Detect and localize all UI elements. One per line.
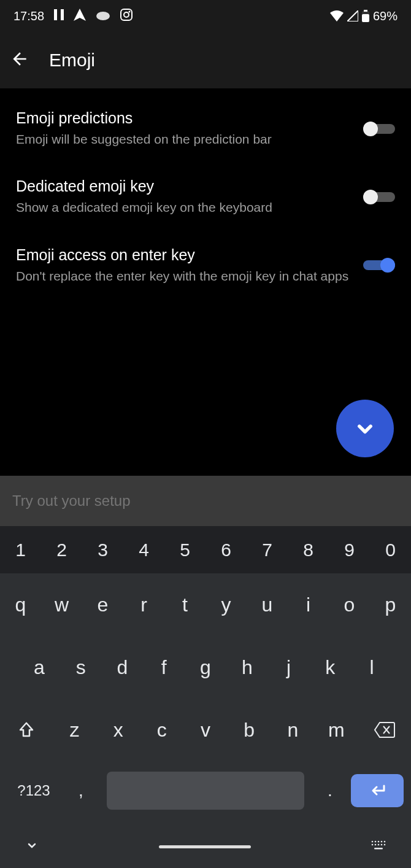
key-v[interactable]: v <box>183 699 227 761</box>
tryout-bar[interactable] <box>0 476 411 526</box>
key-z[interactable]: z <box>53 699 96 761</box>
key-b[interactable]: b <box>228 699 271 761</box>
key-a[interactable]: a <box>18 636 60 699</box>
comma-key[interactable]: , <box>64 781 98 800</box>
key-row-1: q w e r t y u i o p <box>0 573 411 636</box>
setting-title: Emoji access on enter key <box>16 246 351 264</box>
tryout-input[interactable] <box>12 492 399 510</box>
status-bar: 17:58 69% <box>0 0 411 32</box>
setting-subtitle: Emoji will be suggested on the predictio… <box>16 131 351 148</box>
setting-subtitle: Show a dedicated emoji key on the keyboa… <box>16 199 351 216</box>
backspace-key[interactable] <box>358 699 411 761</box>
svg-point-16 <box>375 844 377 846</box>
key-l[interactable]: l <box>351 636 393 699</box>
key-m[interactable]: m <box>315 699 358 761</box>
pause-icon <box>54 9 64 23</box>
key-s[interactable]: s <box>60 636 102 699</box>
svg-rect-9 <box>364 10 367 12</box>
key-6[interactable]: 6 <box>205 526 247 573</box>
page-title: Emoji <box>49 50 95 71</box>
svg-rect-4 <box>121 9 132 20</box>
setting-subtitle: Don't replace the enter key with the emo… <box>16 268 351 285</box>
back-button[interactable] <box>10 49 29 71</box>
svg-point-5 <box>124 12 129 17</box>
wifi-icon <box>330 10 344 21</box>
instagram-icon <box>120 9 133 24</box>
key-k[interactable]: k <box>309 636 351 699</box>
setting-title: Dedicated emoji key <box>16 177 351 195</box>
key-5[interactable]: 5 <box>164 526 205 573</box>
key-h[interactable]: h <box>226 636 268 699</box>
svg-rect-20 <box>374 848 383 850</box>
svg-point-13 <box>381 841 383 843</box>
key-g[interactable]: g <box>185 636 226 699</box>
collapse-keyboard-fab[interactable] <box>336 400 394 457</box>
key-d[interactable]: d <box>102 636 144 699</box>
key-row-3: z x c v b n m <box>0 699 411 761</box>
key-9[interactable]: 9 <box>329 526 370 573</box>
setting-title: Emoji predictions <box>16 109 351 127</box>
cloud-icon <box>96 9 110 23</box>
key-3[interactable]: 3 <box>82 526 123 573</box>
svg-point-18 <box>381 844 383 846</box>
key-o[interactable]: o <box>329 573 370 636</box>
settings-list: Emoji predictions Emoji will be suggeste… <box>0 88 411 306</box>
gesture-handle[interactable] <box>159 845 251 848</box>
hide-keyboard-icon[interactable] <box>25 838 39 855</box>
key-i[interactable]: i <box>288 573 329 636</box>
shift-key[interactable] <box>0 699 53 761</box>
svg-point-11 <box>375 841 377 843</box>
key-q[interactable]: q <box>0 573 41 636</box>
toggle-dedicated-emoji-key[interactable] <box>363 190 395 204</box>
setting-dedicated-emoji-key[interactable]: Dedicated emoji key Show a dedicated emo… <box>0 163 411 231</box>
symbols-key[interactable]: ?123 <box>7 782 60 799</box>
key-c[interactable]: c <box>140 699 183 761</box>
key-1[interactable]: 1 <box>0 526 41 573</box>
enter-key[interactable] <box>351 774 404 807</box>
space-key[interactable] <box>107 772 304 810</box>
toggle-emoji-predictions[interactable] <box>363 122 395 136</box>
svg-point-3 <box>96 12 110 20</box>
signal-icon <box>347 10 358 21</box>
key-row-bottom: ?123 , . <box>0 761 411 820</box>
key-p[interactable]: p <box>370 573 411 636</box>
svg-point-19 <box>384 844 386 846</box>
app-bar: Emoji <box>0 32 411 88</box>
battery-percent: 69% <box>373 9 398 23</box>
key-7[interactable]: 7 <box>247 526 288 573</box>
battery-icon <box>362 10 369 22</box>
key-u[interactable]: u <box>247 573 288 636</box>
keyboard: 1 2 3 4 5 6 7 8 9 0 q w e r t y u i o p … <box>0 526 411 825</box>
key-w[interactable]: w <box>41 573 82 636</box>
key-4[interactable]: 4 <box>123 526 164 573</box>
keyboard-switch-icon[interactable] <box>371 840 386 853</box>
svg-rect-0 <box>54 9 57 20</box>
setting-emoji-access-enter-key[interactable]: Emoji access on enter key Don't replace … <box>0 231 411 300</box>
setting-emoji-predictions[interactable]: Emoji predictions Emoji will be suggeste… <box>0 95 411 163</box>
key-8[interactable]: 8 <box>288 526 329 573</box>
key-row-numbers: 1 2 3 4 5 6 7 8 9 0 <box>0 526 411 573</box>
system-nav-bar <box>0 825 411 868</box>
svg-point-10 <box>372 841 374 843</box>
key-r[interactable]: r <box>123 573 164 636</box>
svg-point-14 <box>384 841 386 843</box>
key-j[interactable]: j <box>268 636 310 699</box>
key-2[interactable]: 2 <box>41 526 82 573</box>
key-e[interactable]: e <box>82 573 123 636</box>
svg-marker-2 <box>74 9 86 21</box>
key-row-2: a s d f g h j k l <box>0 636 411 699</box>
key-x[interactable]: x <box>96 699 140 761</box>
key-y[interactable]: y <box>205 573 247 636</box>
svg-point-12 <box>378 841 380 843</box>
svg-point-15 <box>372 844 374 846</box>
svg-point-17 <box>378 844 380 846</box>
toggle-emoji-access-enter-key[interactable] <box>363 258 395 273</box>
svg-rect-1 <box>61 9 64 20</box>
key-0[interactable]: 0 <box>370 526 411 573</box>
key-n[interactable]: n <box>271 699 315 761</box>
key-t[interactable]: t <box>164 573 205 636</box>
key-f[interactable]: f <box>143 636 185 699</box>
period-key[interactable]: . <box>313 781 347 800</box>
svg-point-6 <box>129 10 131 12</box>
content-space <box>0 306 411 476</box>
